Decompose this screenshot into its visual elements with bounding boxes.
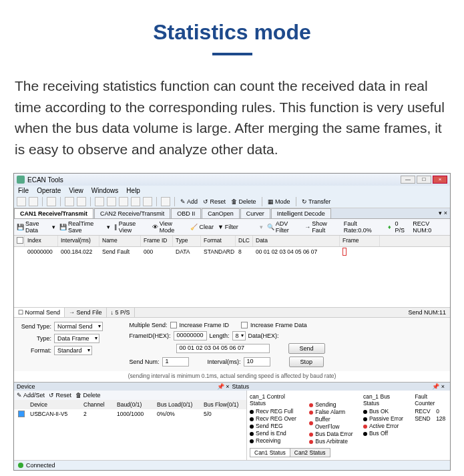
clear-btn[interactable]: 🧹 Clear xyxy=(190,224,214,230)
sendnum-input[interactable]: 1 xyxy=(162,357,189,367)
length-select[interactable]: 8 xyxy=(232,331,246,340)
tb-icon-1[interactable] xyxy=(17,197,26,206)
tab-curver[interactable]: Curver xyxy=(240,208,270,218)
view-mode[interactable]: 👁 View Mode xyxy=(152,220,187,234)
tab-can1[interactable]: CAN1 Receive/Transmit xyxy=(14,208,93,218)
page-title: Statistics mode xyxy=(13,20,451,45)
tb-mode[interactable]: ▦ Mode xyxy=(266,198,292,205)
tb-transfer[interactable]: ↻ Transfer xyxy=(300,198,332,205)
maximize-button[interactable]: □ xyxy=(417,176,431,184)
tb-icon-2[interactable] xyxy=(29,197,38,206)
show-fault[interactable]: → Show Fault xyxy=(304,220,339,234)
app-icon xyxy=(17,176,25,184)
send-panel: Send Type:Normal Send Type:Data Frame Fo… xyxy=(14,317,450,371)
connection-icon xyxy=(18,463,23,468)
dev-col-device: Device xyxy=(26,400,79,409)
adv-filter[interactable]: 🔍 ADV Filter xyxy=(267,220,300,234)
save-data[interactable]: 💾 Save Data ▾ xyxy=(17,220,55,234)
tab-can2[interactable]: CAN2 Receive/Transmit xyxy=(94,208,170,218)
send-button[interactable]: Send xyxy=(288,343,325,354)
header-checkbox[interactable] xyxy=(17,237,23,244)
tb-misc-icon[interactable] xyxy=(161,197,170,206)
tb-cut-icon[interactable] xyxy=(119,197,128,206)
device-pin-icon[interactable]: 📌 × xyxy=(214,383,232,390)
tb-pause-icon[interactable] xyxy=(65,197,74,206)
app-window: ECAN Tools — □ × File Operate View Windo… xyxy=(13,173,451,471)
menu-windows[interactable]: Windows xyxy=(91,187,119,194)
dev-col-flow: Bus Flow(0/1) xyxy=(200,400,246,409)
tb-copy-icon[interactable] xyxy=(131,197,140,206)
table-row[interactable]: 00000000 000.184.022 Send Fault 000 DATA… xyxy=(14,247,450,256)
device-check[interactable] xyxy=(18,411,25,417)
data-grid: Index Interval(ms) Name Frame ID Type Fo… xyxy=(14,236,450,307)
frame-highlight xyxy=(342,248,346,256)
col-interval[interactable]: Interval(ms) xyxy=(58,236,99,246)
pause-view[interactable]: ‖ Pause View xyxy=(114,220,148,234)
sub-toolbar: 💾 Save Data ▾ 💾 RealTime Save ▾ ‖ Pause … xyxy=(14,219,450,236)
stat-tab-can1[interactable]: Can1 Status xyxy=(250,448,290,457)
col-frame[interactable]: Frame xyxy=(340,236,380,246)
menu-help[interactable]: Help xyxy=(126,187,140,194)
dev-col-channel: Channel xyxy=(79,400,113,409)
tb-stop-icon[interactable] xyxy=(77,197,86,206)
inc-framedata-check[interactable] xyxy=(241,322,248,328)
description: The receiving statistics function can co… xyxy=(0,69,464,173)
send-rate: ↓ 5 P/S xyxy=(107,308,135,317)
tb-save-icon[interactable] xyxy=(47,197,56,206)
minimize-button[interactable]: — xyxy=(401,176,415,184)
menu-operate[interactable]: Operate xyxy=(37,187,61,194)
tb-add[interactable]: ✎ Add xyxy=(179,198,199,205)
sendtype-select[interactable]: Normal Send xyxy=(54,322,103,331)
tab-normal-send[interactable]: ☐ Normal Send xyxy=(14,308,65,317)
col-type[interactable]: Type xyxy=(173,236,201,246)
close-button[interactable]: × xyxy=(433,176,447,184)
col-dlc[interactable]: DLC xyxy=(236,236,253,246)
main-tabs: CAN1 Receive/Transmit CAN2 Receive/Trans… xyxy=(14,208,450,219)
data-input[interactable]: 00 01 02 03 04 05 06 07 xyxy=(176,344,270,353)
status-header: Status xyxy=(232,383,430,390)
lower-tabs: ☐ Normal Send → Send File ↓ 5 P/S Send N… xyxy=(14,307,450,317)
tab-send-file[interactable]: → Send File xyxy=(65,308,107,317)
device-row[interactable]: USBCAN-II-V5 2 1000/1000 0%/0% 5/0 xyxy=(14,409,246,420)
tab-canopen[interactable]: CanOpen xyxy=(202,208,240,218)
send-note: (sending interval is minimum 0.1ms, actu… xyxy=(14,371,450,382)
status-pin-icon[interactable]: 📌 × xyxy=(429,383,447,390)
tab-decode[interactable]: Intelligent Decode xyxy=(271,208,331,218)
tb-paste-icon[interactable] xyxy=(143,197,152,206)
filter-btn[interactable]: ▼ Filter xyxy=(218,224,238,230)
recv-num: RECV NUM:0 xyxy=(413,220,447,234)
col-frameid[interactable]: Frame ID xyxy=(141,236,173,246)
tb-zoom-icon[interactable] xyxy=(95,197,104,206)
ps-rate: 0 P/S xyxy=(395,220,409,234)
menu-file[interactable]: File xyxy=(18,187,29,194)
realtime-save[interactable]: 💾 RealTime Save ▾ xyxy=(59,220,110,234)
fault-rate: Fault Rate:0.0% xyxy=(344,220,384,234)
main-toolbar: ✎ Add ↺ Reset 🗑 Delete ▦ Mode ↻ Transfer xyxy=(14,196,450,208)
col-name[interactable]: Name xyxy=(99,236,141,246)
dev-reset[interactable]: ↺ Reset xyxy=(49,392,71,399)
status-panel: can_1 Control Status Recv REG Full Recv … xyxy=(246,391,450,460)
type-select[interactable]: Data Frame xyxy=(54,334,99,343)
interval-input[interactable]: 10 xyxy=(244,357,270,367)
tab-obd[interactable]: OBD II xyxy=(171,208,201,218)
inc-frameid-check[interactable] xyxy=(170,322,177,328)
col-data[interactable]: Data xyxy=(253,236,340,246)
tb-delete[interactable]: 🗑 Delete xyxy=(230,198,258,205)
connection-status: Connected xyxy=(26,462,55,469)
dev-addset[interactable]: ✎ Add/Set xyxy=(17,392,45,399)
tb-tool-icon[interactable] xyxy=(107,197,116,206)
send-num: Send NUM:11 xyxy=(404,308,450,317)
stat-tab-can2[interactable]: Can2 Status xyxy=(290,448,330,457)
frameid-input[interactable]: 00000000 xyxy=(174,331,207,340)
tb-reset[interactable]: ↺ Reset xyxy=(202,198,227,205)
dev-delete[interactable]: 🗑 Delete xyxy=(75,392,101,399)
col-format[interactable]: Format xyxy=(201,236,236,246)
menu-view[interactable]: View xyxy=(69,187,83,194)
col-index[interactable]: Index xyxy=(25,236,58,246)
tabs-close[interactable]: ▾ × xyxy=(439,210,447,216)
title-underline xyxy=(212,53,252,55)
stop-button[interactable]: Stop xyxy=(289,356,324,367)
device-header: Device xyxy=(17,383,214,390)
dev-col-load: Bus Load(0/1) xyxy=(153,400,200,409)
format-select[interactable]: Standard xyxy=(54,346,92,355)
